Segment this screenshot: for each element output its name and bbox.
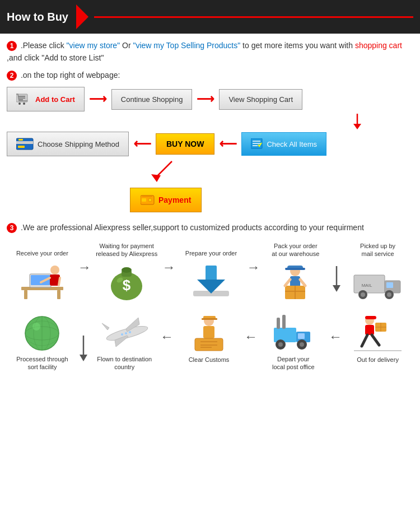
process-row-2: Out for delivery →	[7, 311, 413, 371]
svg-point-5	[23, 103, 25, 105]
process-cell-sort: Processed throughsort facility	[7, 311, 78, 371]
svg-rect-23	[24, 290, 27, 299]
svg-rect-9	[16, 141, 33, 144]
airplane-icon	[99, 312, 150, 352]
process-cell-customs: Clear Customs	[174, 311, 245, 370]
step3-paragraph: 3 .We are professional Aliexpress seller…	[7, 221, 413, 234]
pack-icon-svg	[272, 261, 319, 301]
arrow-left-1: ⟶	[133, 137, 151, 151]
step3-number: 3	[7, 223, 17, 233]
process-section: Receive your order	[7, 242, 413, 371]
svg-rect-78	[202, 318, 217, 320]
flight-icon	[99, 311, 150, 353]
svg-rect-69	[282, 315, 286, 329]
process-arrow-b1: →	[329, 329, 342, 345]
svg-line-30	[59, 278, 60, 285]
down-arrow-container	[7, 114, 413, 131]
pickup-icon: MAIL	[353, 260, 403, 302]
step1-link-store[interactable]: "view my store"	[67, 41, 120, 50]
prepare-icon	[186, 259, 236, 301]
svg-rect-24	[57, 290, 60, 299]
header-triangle-decoration	[76, 4, 88, 29]
globe-icon	[20, 312, 64, 352]
process-arrow-2: →	[162, 259, 176, 275]
step2-text: .on the top right of webpage:	[21, 71, 120, 80]
waiting-icon: $	[101, 260, 152, 302]
svg-rect-71	[298, 333, 305, 339]
step1-link-cart[interactable]: shopping cart	[355, 41, 402, 50]
process-arrow-b2: →	[244, 329, 258, 345]
receive-icon	[17, 259, 67, 301]
svg-rect-52	[386, 282, 393, 288]
down-arrow-icon	[352, 114, 363, 131]
header-line-decoration	[94, 16, 413, 18]
diagonal-arrow-icon	[147, 159, 180, 187]
process-cell-depart: Depart yourlocal post office	[258, 311, 329, 371]
svg-rect-67	[274, 328, 296, 342]
svg-text:MAIL: MAIL	[361, 283, 372, 288]
add-to-cart-label: Add to Cart	[35, 95, 75, 104]
svg-point-73	[278, 342, 283, 347]
step2-number: 2	[7, 71, 17, 81]
svg-rect-59	[365, 316, 376, 319]
svg-point-75	[300, 342, 304, 347]
payment-button[interactable]: Payment	[130, 188, 202, 212]
continue-shopping-label: Continue Shopping	[121, 95, 183, 104]
page-header: How to Buy	[0, 0, 420, 34]
depart-icon	[268, 311, 319, 353]
svg-marker-92	[80, 355, 87, 361]
process-cell-waiting: Waiting for paymentreleased by Aliexpres…	[91, 242, 162, 302]
svg-point-98	[32, 323, 40, 331]
svg-marker-49	[333, 285, 340, 292]
svg-rect-19	[142, 198, 146, 202]
choose-shipping-label: Choose Shipping Method	[38, 140, 119, 148]
svg-point-27	[50, 266, 59, 274]
customs-officer-icon	[186, 313, 231, 353]
buy-now-label: BUY NOW	[166, 139, 204, 148]
prepare-order-icon	[189, 260, 234, 300]
forklift-icon	[268, 312, 319, 352]
view-cart-label: View Shopping Cart	[228, 95, 293, 104]
prepare-label: Prepare your order	[185, 243, 237, 257]
continue-shopping-button[interactable]: Continue Shopping	[111, 89, 193, 110]
flight-label: Flown to destinationcountry	[97, 355, 152, 371]
svg-rect-80	[195, 338, 223, 351]
step2-paragraph: 2 .on the top right of webpage:	[7, 69, 413, 81]
flow-row-3: Payment	[7, 188, 413, 212]
step1-link-top-selling[interactable]: "view my Top Selling Products"	[133, 41, 240, 50]
process-cell-flight: Flown to destinationcountry	[89, 311, 160, 371]
step1-number: 1	[7, 41, 17, 51]
process-arrow-down-right	[331, 259, 342, 301]
diag-arrow-container	[7, 159, 413, 187]
add-to-cart-button[interactable]: Add to Cart	[7, 87, 85, 111]
customs-icon	[184, 311, 234, 353]
page-title: How to Buy	[7, 11, 68, 24]
cart-icon	[16, 93, 32, 105]
svg-marker-17	[151, 174, 161, 182]
choose-shipping-button[interactable]: Choose Shipping Method	[7, 132, 129, 156]
view-cart-button[interactable]: View Shopping Cart	[219, 89, 302, 110]
pickup-label: Picked up bymail service	[360, 242, 395, 258]
svg-line-46	[285, 280, 290, 286]
svg-marker-87	[102, 323, 109, 330]
delivery-icon	[353, 311, 403, 353]
down-arrow-right	[331, 266, 342, 294]
svg-point-20	[148, 198, 152, 202]
buy-now-button[interactable]: BUY NOW	[156, 133, 214, 155]
svg-rect-79	[203, 326, 214, 338]
sort-label: Processed throughsort facility	[16, 355, 68, 371]
svg-marker-7	[353, 124, 361, 129]
main-content: 1 .Please click "view my store" Or "view…	[0, 34, 420, 386]
svg-rect-60	[365, 325, 374, 335]
truck-icon: MAIL	[353, 261, 403, 301]
process-cell-receive: Receive your order	[7, 243, 78, 301]
checklist-icon	[251, 138, 263, 150]
step1-text-before: .Please click	[21, 41, 64, 50]
svg-line-47	[300, 280, 305, 286]
check-all-items-button[interactable]: Check All Items	[241, 132, 326, 156]
step1-text-and: ,and click "Add to store List"	[7, 53, 104, 62]
process-cell-pack: Pack your orderat our warehouse	[260, 242, 331, 302]
customs-label: Clear Customs	[189, 356, 230, 370]
process-arrow-3: →	[246, 259, 260, 275]
dollar-bag-icon: $	[106, 261, 148, 301]
